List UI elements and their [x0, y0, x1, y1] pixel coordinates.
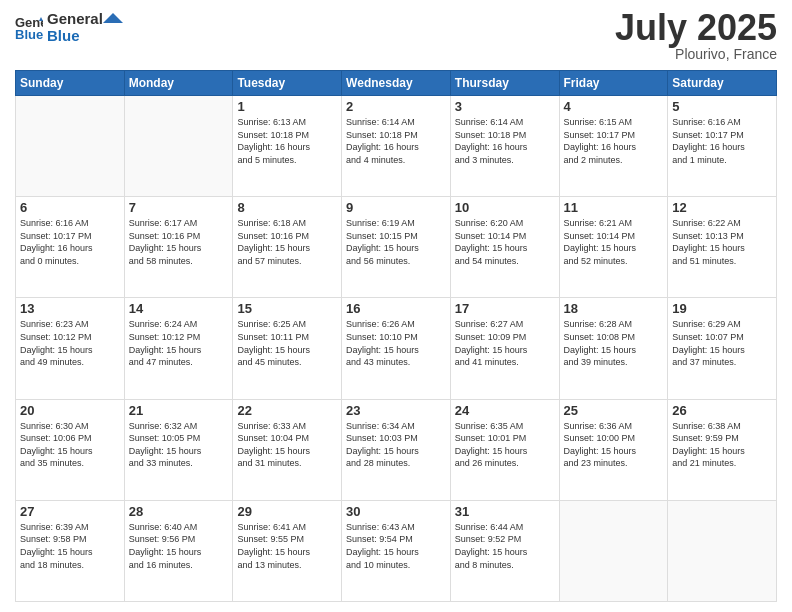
day-info: Sunrise: 6:15 AM Sunset: 10:17 PM Daylig… [564, 116, 664, 166]
day-cell: 14Sunrise: 6:24 AM Sunset: 10:12 PM Dayl… [124, 298, 233, 399]
day-number: 31 [455, 504, 555, 519]
day-number: 12 [672, 200, 772, 215]
calendar-body: 1Sunrise: 6:13 AM Sunset: 10:18 PM Dayli… [16, 96, 777, 602]
day-number: 22 [237, 403, 337, 418]
day-cell: 3Sunrise: 6:14 AM Sunset: 10:18 PM Dayli… [450, 96, 559, 197]
day-cell: 2Sunrise: 6:14 AM Sunset: 10:18 PM Dayli… [342, 96, 451, 197]
day-cell: 5Sunrise: 6:16 AM Sunset: 10:17 PM Dayli… [668, 96, 777, 197]
day-number: 10 [455, 200, 555, 215]
day-number: 17 [455, 301, 555, 316]
day-info: Sunrise: 6:43 AM Sunset: 9:54 PM Dayligh… [346, 521, 446, 571]
day-info: Sunrise: 6:14 AM Sunset: 10:18 PM Daylig… [455, 116, 555, 166]
day-info: Sunrise: 6:23 AM Sunset: 10:12 PM Daylig… [20, 318, 120, 368]
week-row-1: 6Sunrise: 6:16 AM Sunset: 10:17 PM Dayli… [16, 197, 777, 298]
page: General Blue General Blue July 2025 Plou… [0, 0, 792, 612]
col-monday: Monday [124, 71, 233, 96]
day-number: 27 [20, 504, 120, 519]
day-number: 5 [672, 99, 772, 114]
day-cell: 1Sunrise: 6:13 AM Sunset: 10:18 PM Dayli… [233, 96, 342, 197]
logo: General Blue General Blue [15, 10, 123, 45]
day-info: Sunrise: 6:24 AM Sunset: 10:12 PM Daylig… [129, 318, 229, 368]
day-info: Sunrise: 6:27 AM Sunset: 10:09 PM Daylig… [455, 318, 555, 368]
day-cell: 31Sunrise: 6:44 AM Sunset: 9:52 PM Dayli… [450, 500, 559, 601]
day-number: 15 [237, 301, 337, 316]
day-number: 26 [672, 403, 772, 418]
day-cell [559, 500, 668, 601]
day-info: Sunrise: 6:33 AM Sunset: 10:04 PM Daylig… [237, 420, 337, 470]
day-info: Sunrise: 6:21 AM Sunset: 10:14 PM Daylig… [564, 217, 664, 267]
header-row: Sunday Monday Tuesday Wednesday Thursday… [16, 71, 777, 96]
logo-arrow-icon [103, 13, 123, 33]
day-info: Sunrise: 6:32 AM Sunset: 10:05 PM Daylig… [129, 420, 229, 470]
day-number: 24 [455, 403, 555, 418]
col-saturday: Saturday [668, 71, 777, 96]
location: Plourivo, France [615, 46, 777, 62]
day-number: 6 [20, 200, 120, 215]
day-cell: 4Sunrise: 6:15 AM Sunset: 10:17 PM Dayli… [559, 96, 668, 197]
day-number: 13 [20, 301, 120, 316]
day-number: 3 [455, 99, 555, 114]
day-info: Sunrise: 6:44 AM Sunset: 9:52 PM Dayligh… [455, 521, 555, 571]
day-info: Sunrise: 6:36 AM Sunset: 10:00 PM Daylig… [564, 420, 664, 470]
day-number: 25 [564, 403, 664, 418]
day-cell: 9Sunrise: 6:19 AM Sunset: 10:15 PM Dayli… [342, 197, 451, 298]
day-cell: 23Sunrise: 6:34 AM Sunset: 10:03 PM Dayl… [342, 399, 451, 500]
day-cell [124, 96, 233, 197]
day-info: Sunrise: 6:28 AM Sunset: 10:08 PM Daylig… [564, 318, 664, 368]
day-cell: 22Sunrise: 6:33 AM Sunset: 10:04 PM Dayl… [233, 399, 342, 500]
day-cell: 29Sunrise: 6:41 AM Sunset: 9:55 PM Dayli… [233, 500, 342, 601]
logo-general: General [47, 10, 103, 27]
day-info: Sunrise: 6:29 AM Sunset: 10:07 PM Daylig… [672, 318, 772, 368]
col-friday: Friday [559, 71, 668, 96]
svg-text:Blue: Blue [15, 27, 43, 41]
day-number: 4 [564, 99, 664, 114]
col-sunday: Sunday [16, 71, 125, 96]
day-info: Sunrise: 6:17 AM Sunset: 10:16 PM Daylig… [129, 217, 229, 267]
day-cell: 27Sunrise: 6:39 AM Sunset: 9:58 PM Dayli… [16, 500, 125, 601]
day-number: 1 [237, 99, 337, 114]
day-number: 23 [346, 403, 446, 418]
day-number: 21 [129, 403, 229, 418]
day-cell: 26Sunrise: 6:38 AM Sunset: 9:59 PM Dayli… [668, 399, 777, 500]
day-info: Sunrise: 6:41 AM Sunset: 9:55 PM Dayligh… [237, 521, 337, 571]
day-info: Sunrise: 6:22 AM Sunset: 10:13 PM Daylig… [672, 217, 772, 267]
day-number: 18 [564, 301, 664, 316]
day-cell: 6Sunrise: 6:16 AM Sunset: 10:17 PM Dayli… [16, 197, 125, 298]
day-info: Sunrise: 6:40 AM Sunset: 9:56 PM Dayligh… [129, 521, 229, 571]
week-row-2: 13Sunrise: 6:23 AM Sunset: 10:12 PM Dayl… [16, 298, 777, 399]
day-info: Sunrise: 6:34 AM Sunset: 10:03 PM Daylig… [346, 420, 446, 470]
day-cell: 19Sunrise: 6:29 AM Sunset: 10:07 PM Dayl… [668, 298, 777, 399]
day-info: Sunrise: 6:19 AM Sunset: 10:15 PM Daylig… [346, 217, 446, 267]
day-cell: 25Sunrise: 6:36 AM Sunset: 10:00 PM Dayl… [559, 399, 668, 500]
week-row-0: 1Sunrise: 6:13 AM Sunset: 10:18 PM Dayli… [16, 96, 777, 197]
day-number: 28 [129, 504, 229, 519]
col-thursday: Thursday [450, 71, 559, 96]
day-number: 20 [20, 403, 120, 418]
day-cell: 10Sunrise: 6:20 AM Sunset: 10:14 PM Dayl… [450, 197, 559, 298]
col-tuesday: Tuesday [233, 71, 342, 96]
title-block: July 2025 Plourivo, France [615, 10, 777, 62]
day-info: Sunrise: 6:18 AM Sunset: 10:16 PM Daylig… [237, 217, 337, 267]
day-info: Sunrise: 6:25 AM Sunset: 10:11 PM Daylig… [237, 318, 337, 368]
day-cell: 18Sunrise: 6:28 AM Sunset: 10:08 PM Dayl… [559, 298, 668, 399]
day-info: Sunrise: 6:13 AM Sunset: 10:18 PM Daylig… [237, 116, 337, 166]
col-wednesday: Wednesday [342, 71, 451, 96]
logo-icon: General Blue [15, 13, 43, 41]
day-number: 11 [564, 200, 664, 215]
day-cell: 11Sunrise: 6:21 AM Sunset: 10:14 PM Dayl… [559, 197, 668, 298]
day-cell: 21Sunrise: 6:32 AM Sunset: 10:05 PM Dayl… [124, 399, 233, 500]
day-number: 14 [129, 301, 229, 316]
day-cell [668, 500, 777, 601]
logo-blue: Blue [47, 27, 103, 44]
day-number: 30 [346, 504, 446, 519]
day-cell: 7Sunrise: 6:17 AM Sunset: 10:16 PM Dayli… [124, 197, 233, 298]
day-cell: 30Sunrise: 6:43 AM Sunset: 9:54 PM Dayli… [342, 500, 451, 601]
day-cell: 20Sunrise: 6:30 AM Sunset: 10:06 PM Dayl… [16, 399, 125, 500]
day-cell: 8Sunrise: 6:18 AM Sunset: 10:16 PM Dayli… [233, 197, 342, 298]
calendar-table: Sunday Monday Tuesday Wednesday Thursday… [15, 70, 777, 602]
day-cell: 16Sunrise: 6:26 AM Sunset: 10:10 PM Dayl… [342, 298, 451, 399]
day-number: 2 [346, 99, 446, 114]
day-info: Sunrise: 6:16 AM Sunset: 10:17 PM Daylig… [20, 217, 120, 267]
day-number: 8 [237, 200, 337, 215]
day-cell [16, 96, 125, 197]
